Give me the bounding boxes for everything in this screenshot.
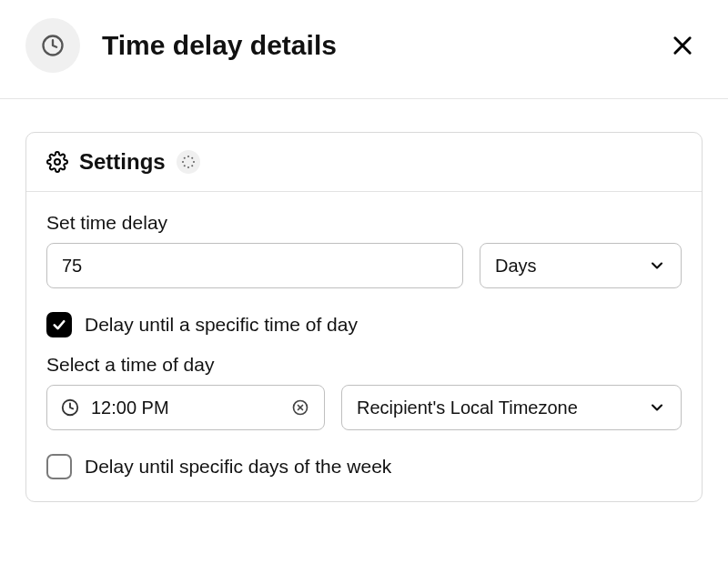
timezone-select[interactable]: Recipient's Local Timezone xyxy=(341,385,682,430)
delay-time-checkbox-row: Delay until a specific time of day xyxy=(46,312,682,337)
delay-unit-select[interactable]: Days xyxy=(480,243,682,288)
svg-point-11 xyxy=(183,157,185,159)
svg-point-4 xyxy=(187,156,189,157)
clear-time-button[interactable] xyxy=(289,397,311,418)
check-icon xyxy=(51,317,67,333)
time-input[interactable]: 12:00 PM xyxy=(46,385,325,430)
close-icon xyxy=(670,33,695,58)
gear-icon xyxy=(46,151,68,173)
delay-days-checkbox[interactable] xyxy=(46,454,72,479)
timezone-value: Recipient's Local Timezone xyxy=(357,398,578,418)
dialog-content: Settings Set time delay Day xyxy=(0,99,728,535)
svg-point-10 xyxy=(182,161,184,163)
delay-value-input[interactable] xyxy=(46,243,463,288)
delay-days-checkbox-row: Delay until specific days of the week xyxy=(46,454,682,479)
svg-point-8 xyxy=(187,166,189,168)
chevron-down-icon xyxy=(648,257,666,275)
dialog-header: Time delay details xyxy=(0,0,728,99)
set-delay-label: Set time delay xyxy=(46,212,682,234)
svg-point-3 xyxy=(55,159,60,165)
delay-days-checkbox-label: Delay until specific days of the week xyxy=(85,456,391,478)
svg-point-6 xyxy=(193,161,195,163)
close-button[interactable] xyxy=(662,25,703,65)
settings-title: Settings xyxy=(79,149,166,175)
settings-card-header: Settings xyxy=(26,133,702,192)
settings-card-body: Set time delay Days Delay until a specif… xyxy=(26,192,702,501)
time-row: 12:00 PM Recipient's Local Timezone xyxy=(46,385,682,430)
clock-icon xyxy=(40,33,66,58)
clear-icon xyxy=(291,398,309,417)
delay-time-checkbox-label: Delay until a specific time of day xyxy=(85,314,358,336)
select-time-label: Select a time of day xyxy=(46,354,682,376)
svg-point-5 xyxy=(191,157,193,159)
svg-point-9 xyxy=(183,165,185,166)
loading-indicator xyxy=(177,150,200,174)
svg-point-7 xyxy=(191,165,193,166)
delay-time-checkbox[interactable] xyxy=(46,312,72,337)
settings-card: Settings Set time delay Day xyxy=(25,132,703,502)
delay-unit-value: Days xyxy=(495,256,537,277)
time-value: 12:00 PM xyxy=(91,398,278,418)
delay-row: Days xyxy=(46,243,682,288)
dotted-circle-icon xyxy=(180,154,197,170)
clock-icon xyxy=(60,398,80,418)
dialog-title: Time delay details xyxy=(102,30,662,61)
chevron-down-icon xyxy=(648,398,666,417)
clock-icon-container xyxy=(25,18,80,73)
